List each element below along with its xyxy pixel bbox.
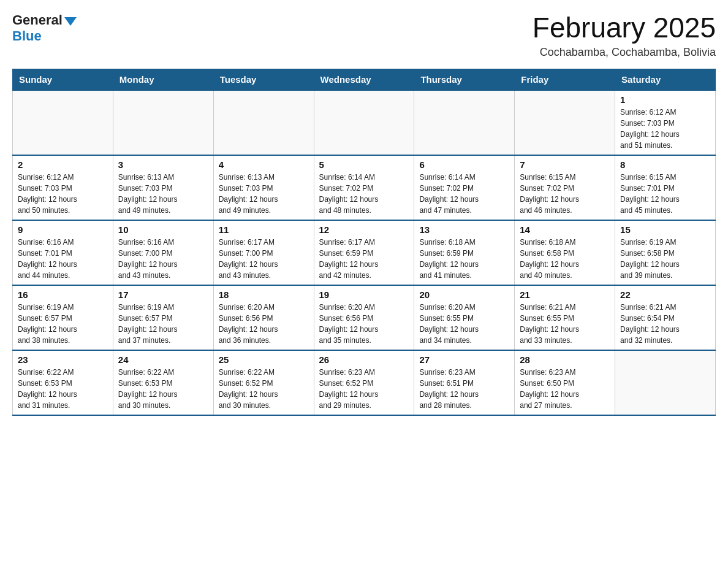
day-number: 20 <box>419 289 509 300</box>
day-info: Sunrise: 6:15 AM Sunset: 7:01 PM Dayligh… <box>620 172 710 216</box>
day-number: 19 <box>319 289 409 300</box>
calendar-cell: 20Sunrise: 6:20 AM Sunset: 6:55 PM Dayli… <box>414 285 515 350</box>
calendar-cell: 1Sunrise: 6:12 AM Sunset: 7:03 PM Daylig… <box>615 90 716 155</box>
calendar-cell: 9Sunrise: 6:16 AM Sunset: 7:01 PM Daylig… <box>13 220 113 285</box>
calendar-cell <box>615 350 716 415</box>
day-info: Sunrise: 6:17 AM Sunset: 7:00 PM Dayligh… <box>219 237 309 281</box>
day-info: Sunrise: 6:20 AM Sunset: 6:56 PM Dayligh… <box>219 302 309 346</box>
day-number: 14 <box>520 224 610 235</box>
day-info: Sunrise: 6:18 AM Sunset: 6:58 PM Dayligh… <box>520 237 610 281</box>
calendar-week-row: 23Sunrise: 6:22 AM Sunset: 6:53 PM Dayli… <box>13 350 716 415</box>
weekday-header-sunday: Sunday <box>13 69 113 90</box>
calendar-cell <box>113 90 213 155</box>
day-info: Sunrise: 6:12 AM Sunset: 7:03 PM Dayligh… <box>620 107 710 151</box>
day-number: 15 <box>620 224 710 235</box>
calendar-cell <box>314 90 414 155</box>
day-info: Sunrise: 6:22 AM Sunset: 6:52 PM Dayligh… <box>219 367 309 411</box>
logo-arrow-icon <box>64 17 77 26</box>
day-number: 10 <box>118 224 208 235</box>
day-info: Sunrise: 6:19 AM Sunset: 6:57 PM Dayligh… <box>118 302 208 346</box>
day-info: Sunrise: 6:20 AM Sunset: 6:55 PM Dayligh… <box>419 302 509 346</box>
calendar-cell: 21Sunrise: 6:21 AM Sunset: 6:55 PM Dayli… <box>515 285 615 350</box>
calendar-cell: 11Sunrise: 6:17 AM Sunset: 7:00 PM Dayli… <box>213 220 314 285</box>
calendar-cell <box>414 90 515 155</box>
day-number: 12 <box>319 224 409 235</box>
day-number: 6 <box>419 159 509 170</box>
day-info: Sunrise: 6:16 AM Sunset: 7:01 PM Dayligh… <box>18 237 108 281</box>
calendar-cell: 27Sunrise: 6:23 AM Sunset: 6:51 PM Dayli… <box>414 350 515 415</box>
calendar-cell: 18Sunrise: 6:20 AM Sunset: 6:56 PM Dayli… <box>213 285 314 350</box>
calendar-cell: 19Sunrise: 6:20 AM Sunset: 6:56 PM Dayli… <box>314 285 414 350</box>
calendar-table: SundayMondayTuesdayWednesdayThursdayFrid… <box>12 69 716 416</box>
calendar-cell: 23Sunrise: 6:22 AM Sunset: 6:53 PM Dayli… <box>13 350 113 415</box>
weekday-header-friday: Friday <box>515 69 615 90</box>
calendar-cell: 16Sunrise: 6:19 AM Sunset: 6:57 PM Dayli… <box>13 285 113 350</box>
logo-general-text: General <box>12 12 63 28</box>
day-info: Sunrise: 6:16 AM Sunset: 7:00 PM Dayligh… <box>118 237 208 281</box>
day-info: Sunrise: 6:19 AM Sunset: 6:57 PM Dayligh… <box>18 302 108 346</box>
calendar-cell: 14Sunrise: 6:18 AM Sunset: 6:58 PM Dayli… <box>515 220 615 285</box>
calendar-cell: 13Sunrise: 6:18 AM Sunset: 6:59 PM Dayli… <box>414 220 515 285</box>
day-number: 13 <box>419 224 509 235</box>
calendar-cell: 4Sunrise: 6:13 AM Sunset: 7:03 PM Daylig… <box>213 155 314 220</box>
day-number: 11 <box>219 224 309 235</box>
calendar-week-row: 16Sunrise: 6:19 AM Sunset: 6:57 PM Dayli… <box>13 285 716 350</box>
day-info: Sunrise: 6:19 AM Sunset: 6:58 PM Dayligh… <box>620 237 710 281</box>
weekday-header-monday: Monday <box>113 69 213 90</box>
day-number: 28 <box>520 354 610 365</box>
weekday-header-saturday: Saturday <box>615 69 716 90</box>
calendar-cell: 3Sunrise: 6:13 AM Sunset: 7:03 PM Daylig… <box>113 155 213 220</box>
calendar-cell <box>13 90 113 155</box>
logo: General Blue <box>12 12 77 44</box>
calendar-cell: 12Sunrise: 6:17 AM Sunset: 6:59 PM Dayli… <box>314 220 414 285</box>
day-info: Sunrise: 6:15 AM Sunset: 7:02 PM Dayligh… <box>520 172 610 216</box>
calendar-cell: 10Sunrise: 6:16 AM Sunset: 7:00 PM Dayli… <box>113 220 213 285</box>
month-title: February 2025 <box>533 12 716 44</box>
calendar-cell: 7Sunrise: 6:15 AM Sunset: 7:02 PM Daylig… <box>515 155 615 220</box>
calendar-cell: 17Sunrise: 6:19 AM Sunset: 6:57 PM Dayli… <box>113 285 213 350</box>
day-info: Sunrise: 6:14 AM Sunset: 7:02 PM Dayligh… <box>419 172 509 216</box>
day-number: 22 <box>620 289 710 300</box>
calendar-cell: 15Sunrise: 6:19 AM Sunset: 6:58 PM Dayli… <box>615 220 716 285</box>
day-number: 7 <box>520 159 610 170</box>
day-number: 21 <box>520 289 610 300</box>
day-info: Sunrise: 6:20 AM Sunset: 6:56 PM Dayligh… <box>319 302 409 346</box>
calendar-cell: 6Sunrise: 6:14 AM Sunset: 7:02 PM Daylig… <box>414 155 515 220</box>
day-info: Sunrise: 6:13 AM Sunset: 7:03 PM Dayligh… <box>219 172 309 216</box>
day-info: Sunrise: 6:14 AM Sunset: 7:02 PM Dayligh… <box>319 172 409 216</box>
weekday-header-row: SundayMondayTuesdayWednesdayThursdayFrid… <box>13 69 716 90</box>
location-subtitle: Cochabamba, Cochabamba, Bolivia <box>533 46 716 59</box>
day-info: Sunrise: 6:18 AM Sunset: 6:59 PM Dayligh… <box>419 237 509 281</box>
day-info: Sunrise: 6:22 AM Sunset: 6:53 PM Dayligh… <box>118 367 208 411</box>
calendar-cell <box>515 90 615 155</box>
calendar-cell: 2Sunrise: 6:12 AM Sunset: 7:03 PM Daylig… <box>13 155 113 220</box>
calendar-week-row: 9Sunrise: 6:16 AM Sunset: 7:01 PM Daylig… <box>13 220 716 285</box>
day-number: 23 <box>18 354 108 365</box>
day-info: Sunrise: 6:23 AM Sunset: 6:51 PM Dayligh… <box>419 367 509 411</box>
weekday-header-thursday: Thursday <box>414 69 515 90</box>
day-info: Sunrise: 6:23 AM Sunset: 6:52 PM Dayligh… <box>319 367 409 411</box>
day-number: 2 <box>18 159 108 170</box>
day-number: 25 <box>219 354 309 365</box>
day-info: Sunrise: 6:13 AM Sunset: 7:03 PM Dayligh… <box>118 172 208 216</box>
calendar-week-row: 1Sunrise: 6:12 AM Sunset: 7:03 PM Daylig… <box>13 90 716 155</box>
day-number: 4 <box>219 159 309 170</box>
day-number: 1 <box>620 94 710 105</box>
day-info: Sunrise: 6:17 AM Sunset: 6:59 PM Dayligh… <box>319 237 409 281</box>
calendar-cell <box>213 90 314 155</box>
day-number: 26 <box>319 354 409 365</box>
calendar-cell: 5Sunrise: 6:14 AM Sunset: 7:02 PM Daylig… <box>314 155 414 220</box>
logo-blue-text: Blue <box>12 28 42 44</box>
day-number: 3 <box>118 159 208 170</box>
title-section: February 2025 Cochabamba, Cochabamba, Bo… <box>533 12 716 59</box>
calendar-cell: 24Sunrise: 6:22 AM Sunset: 6:53 PM Dayli… <box>113 350 213 415</box>
day-number: 16 <box>18 289 108 300</box>
day-info: Sunrise: 6:23 AM Sunset: 6:50 PM Dayligh… <box>520 367 610 411</box>
day-number: 27 <box>419 354 509 365</box>
day-number: 5 <box>319 159 409 170</box>
weekday-header-wednesday: Wednesday <box>314 69 414 90</box>
logo-general: General <box>12 12 77 28</box>
day-number: 17 <box>118 289 208 300</box>
day-number: 8 <box>620 159 710 170</box>
calendar-week-row: 2Sunrise: 6:12 AM Sunset: 7:03 PM Daylig… <box>13 155 716 220</box>
